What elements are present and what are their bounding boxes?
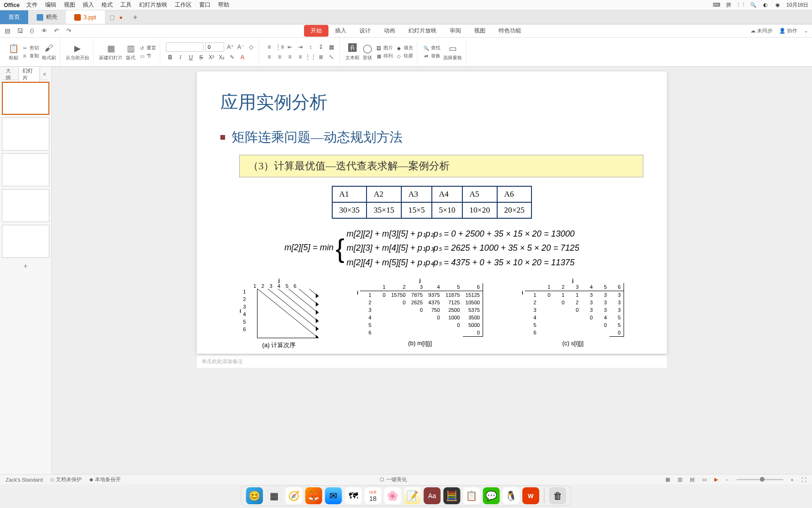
font-name-input[interactable] (166, 42, 203, 52)
fill-button[interactable]: ◆填充 (396, 45, 413, 51)
menu-slideshow[interactable]: 幻灯片放映 (139, 1, 167, 9)
tab-close-dot[interactable]: ● (119, 14, 123, 21)
view-reading-icon[interactable]: ▭ (702, 476, 707, 483)
menu-edit[interactable]: 编辑 (45, 1, 56, 9)
canvas-area[interactable]: 应用实例分析 矩阵连乘问题—动态规划方法 （3）计算最优值—迭代查表求解—案例分… (52, 67, 812, 474)
menu-insert[interactable]: 插入 (83, 1, 94, 9)
dock-photos-icon[interactable]: 🌸 (384, 487, 401, 504)
view-sorter-icon[interactable]: ▥ (678, 476, 682, 483)
zoom-in-button[interactable]: + (791, 477, 794, 483)
increase-indent-button[interactable]: ⇥ (296, 43, 304, 51)
sync-status[interactable]: ☁ 未同步 (750, 27, 773, 34)
subscript-button[interactable]: X₂ (218, 53, 226, 62)
dock-mail-icon[interactable]: ✉ (325, 487, 342, 504)
menu-tools[interactable]: 工具 (120, 1, 132, 9)
qat-save-icon[interactable]: 🖫 (16, 27, 23, 35)
ribbon-tab-animation[interactable]: 动画 (377, 25, 402, 37)
menu-workspace[interactable]: 工作区 (175, 1, 192, 9)
dock-dictionary-icon[interactable]: Aa (424, 487, 441, 504)
bullets-button[interactable]: ≡ (265, 43, 273, 51)
numbering-button[interactable]: ⋮≡ (275, 43, 284, 51)
from-current-button[interactable]: ▶从当前开始 (66, 43, 89, 61)
increase-font-icon[interactable]: A⁺ (226, 43, 234, 51)
menu-format[interactable]: 格式 (102, 1, 113, 9)
columns-button[interactable]: ⋮⋮ (306, 53, 315, 61)
tab-docshell[interactable]: 稻壳 (28, 10, 66, 24)
dock-wps-icon[interactable]: W (523, 487, 539, 504)
arrange-button[interactable]: ▦排列 (375, 53, 393, 59)
ribbon-tab-special[interactable]: 特色功能 (492, 25, 528, 37)
qat-print-icon[interactable]: ⎙ (28, 27, 36, 35)
dock-firefox-icon[interactable]: 🦊 (305, 487, 322, 504)
align-left-button[interactable]: ≡ (265, 53, 273, 61)
menu-view[interactable]: 视图 (64, 1, 75, 9)
ribbon-tab-insert[interactable]: 插入 (328, 25, 353, 37)
view-slideshow-icon[interactable]: ▶ (714, 476, 718, 483)
add-slide-button[interactable]: + (2, 261, 49, 272)
ribbon-tab-view[interactable]: 视图 (468, 25, 492, 37)
font-size-input[interactable] (205, 42, 224, 52)
dock-safari-icon[interactable]: 🧭 (286, 487, 303, 504)
qat-menu-icon[interactable]: ▤ (4, 27, 11, 35)
zoom-slider[interactable] (736, 479, 783, 480)
copy-button[interactable]: ⎘复制 (22, 53, 39, 59)
dock-launchpad-icon[interactable]: ▦ (266, 487, 283, 504)
collab-button[interactable]: 👤 协作 (779, 27, 797, 34)
dock-calculator-icon[interactable]: 🧮 (444, 487, 461, 504)
replace-button[interactable]: ⇄替换 (423, 53, 440, 59)
text-direction-button[interactable]: ↧ (317, 43, 325, 51)
align-distribute-button[interactable]: ≣ (317, 53, 325, 61)
ribbon-tab-review[interactable]: 审阅 (443, 25, 468, 37)
wifi-icon[interactable]: ⋮⋮ (738, 2, 744, 8)
slide-canvas[interactable]: 应用实例分析 矩阵连乘问题—动态规划方法 （3）计算最优值—迭代查表求解—案例分… (197, 71, 667, 354)
slide-thumb-5[interactable] (2, 225, 49, 258)
panel-close-icon[interactable]: × (40, 71, 49, 78)
notes-area[interactable]: 单击此处添加备注 (197, 355, 667, 368)
beautify-button[interactable]: ⬡ 一键美化 (380, 476, 407, 483)
line-spacing-button[interactable]: ↕ (306, 43, 315, 51)
menu-file[interactable]: 文件 (26, 1, 38, 9)
bold-button[interactable]: B (166, 53, 174, 62)
layout-button[interactable]: ▥版式 (125, 43, 136, 61)
ribbon-collapse-icon[interactable]: ⌄ (804, 28, 808, 34)
status-protect[interactable]: ◇ 文档未保护 (50, 476, 82, 483)
section-button[interactable]: ▭节 (139, 53, 156, 59)
zoom-out-button[interactable]: − (726, 477, 728, 483)
paragraph-dialog-button[interactable]: ⤡ (327, 53, 336, 61)
decrease-indent-button[interactable]: ⇤ (286, 43, 294, 51)
strikethrough-button[interactable]: S (197, 53, 205, 62)
siri-icon[interactable]: ◉ (774, 2, 781, 8)
qat-undo-icon[interactable]: ↶ (53, 27, 60, 35)
underline-button[interactable]: U (187, 53, 195, 62)
align-right-button[interactable]: ≡ (286, 53, 294, 61)
dock-trash-icon[interactable]: 🗑 (549, 487, 566, 504)
paste-button[interactable]: 📋粘贴 (8, 43, 19, 61)
shape-button[interactable]: ◯形状 (362, 43, 373, 61)
cut-button[interactable]: ✂剪切 (22, 45, 39, 51)
align-center-button[interactable]: ≡ (275, 53, 284, 61)
qat-preview-icon[interactable]: 👁 (40, 27, 48, 35)
clear-format-icon[interactable]: ◇ (247, 43, 255, 51)
tab-home[interactable]: 首页 (0, 10, 28, 24)
ribbon-tab-start[interactable]: 开始 (304, 25, 328, 37)
menu-window[interactable]: 窗口 (199, 1, 211, 9)
dock-reminders-icon[interactable]: 📋 (463, 487, 480, 504)
dock-finder-icon[interactable]: 😊 (246, 487, 263, 504)
font-color-button[interactable]: A (238, 53, 247, 62)
control-center-icon[interactable]: ◐ (762, 2, 769, 8)
find-button[interactable]: 🔍查找 (423, 45, 440, 51)
outline-button[interactable]: ◇轮廓 (396, 53, 413, 59)
menubar-date[interactable]: 10月18日 (787, 1, 808, 8)
tab-add[interactable]: + (127, 10, 143, 24)
format-painter-button[interactable]: 🖌格式刷 (42, 43, 56, 61)
slides-tab[interactable]: 幻灯片 (18, 67, 40, 82)
tab-ppt-active[interactable]: 3.ppt (66, 10, 105, 24)
dock-notes-icon[interactable]: 📝 (404, 487, 421, 504)
search-icon[interactable]: 🔍 (750, 2, 757, 8)
slide-thumb-3[interactable] (2, 153, 49, 186)
present-icon[interactable]: ▢ (109, 14, 115, 21)
reset-button[interactable]: ↺重置 (139, 45, 156, 51)
text-highlight-button[interactable]: ▦ (327, 43, 336, 51)
select-pane-button[interactable]: ▭选择窗格 (443, 43, 462, 61)
zoom-handle[interactable] (760, 477, 765, 482)
